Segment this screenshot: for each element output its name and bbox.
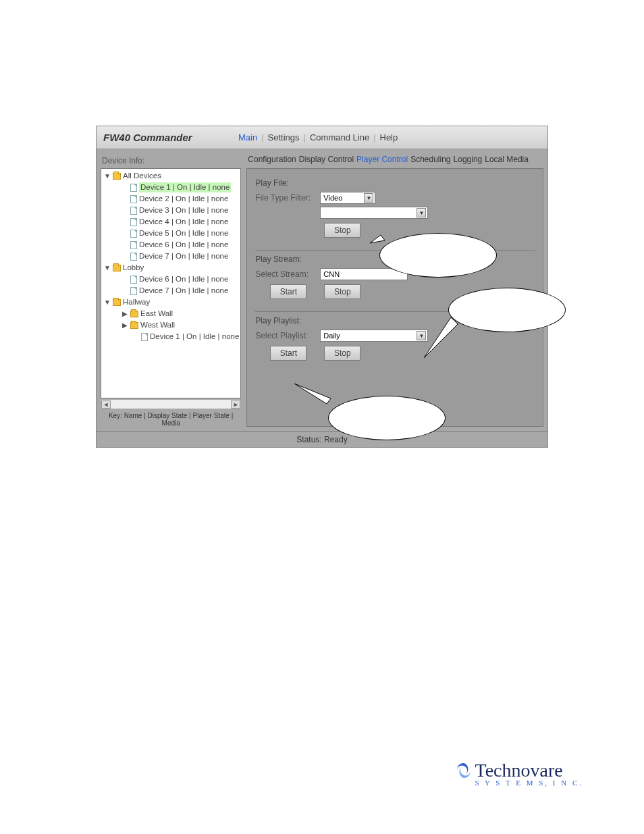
file-icon bbox=[130, 241, 137, 249]
tree-row-label: Hallway bbox=[123, 297, 150, 307]
callout-tail bbox=[362, 227, 389, 247]
callout-tail bbox=[424, 317, 464, 358]
tree-key-legend: Key: Name | Display State | Player State… bbox=[101, 411, 241, 427]
menu-separator: | bbox=[373, 132, 375, 142]
tab-configuration[interactable]: Configuration bbox=[248, 155, 296, 164]
file-type-filter-dropdown[interactable]: Video ▼ bbox=[320, 192, 375, 204]
svg-marker-2 bbox=[294, 384, 331, 404]
tab-player-control[interactable]: Player Control bbox=[356, 155, 408, 164]
status-label: Status: bbox=[296, 435, 321, 444]
menu-separator: | bbox=[261, 132, 263, 142]
menu-settings[interactable]: Settings bbox=[268, 132, 300, 142]
file-icon bbox=[130, 230, 137, 238]
tree-row[interactable]: ▼Hallway bbox=[101, 296, 240, 308]
file-icon bbox=[130, 287, 137, 295]
tree-row[interactable]: Device 1 | On | Idle | none bbox=[101, 182, 240, 193]
select-playlist-value: Daily bbox=[323, 332, 340, 340]
tree-row[interactable]: ▶East Wall bbox=[101, 308, 240, 319]
tab-scheduling[interactable]: Scheduling bbox=[410, 155, 450, 164]
callout-bubble bbox=[379, 233, 497, 278]
file-icon bbox=[130, 207, 137, 215]
menu-bar: Main | Settings | Command Line | Help bbox=[238, 132, 398, 142]
tab-strip: Configuration Display Control Player Con… bbox=[246, 155, 543, 164]
app-window: FW40 Commander Main | Settings | Command… bbox=[96, 126, 548, 448]
tree-row-label: Device 6 | On | Idle | none bbox=[139, 240, 228, 250]
tree-row-label: All Devices bbox=[123, 171, 161, 181]
tab-local-media[interactable]: Local Media bbox=[485, 155, 529, 164]
left-column: Device Info: ▼All DevicesDevice 1 | On |… bbox=[101, 155, 241, 427]
logo-swirl-icon bbox=[455, 762, 473, 779]
folder-icon bbox=[130, 311, 138, 317]
tab-display-control[interactable]: Display Control bbox=[299, 155, 354, 164]
tree-row[interactable]: Device 6 | On | Idle | none bbox=[101, 273, 240, 285]
tree-row-label: Lobby bbox=[123, 263, 144, 273]
menu-main[interactable]: Main bbox=[238, 132, 257, 142]
tree-row-label: Device 6 | On | Idle | none bbox=[139, 274, 228, 284]
file-icon bbox=[130, 195, 137, 203]
play-stream-stop-button[interactable]: Stop bbox=[324, 284, 360, 299]
play-file-stop-button[interactable]: Stop bbox=[324, 223, 360, 238]
tree-horizontal-scrollbar[interactable]: ◄ ► bbox=[101, 400, 241, 409]
play-file-heading: Play File: bbox=[255, 178, 535, 188]
tree-row[interactable]: Device 7 | On | Idle | none bbox=[101, 285, 240, 296]
callout-tail bbox=[294, 384, 335, 404]
menu-command-line[interactable]: Command Line bbox=[310, 132, 369, 142]
tree-row-label: Device 1 | On | Idle | none bbox=[150, 332, 239, 342]
tree-row[interactable]: ▼All Devices bbox=[101, 170, 240, 182]
play-playlist-start-button[interactable]: Start bbox=[270, 346, 306, 361]
tree-row-label: Device 1 | On | Idle | none bbox=[139, 182, 231, 192]
tree-row[interactable]: Device 6 | On | Idle | none bbox=[101, 239, 240, 251]
twisty-down-icon[interactable]: ▼ bbox=[104, 171, 111, 181]
scroll-right-button[interactable]: ► bbox=[231, 400, 240, 409]
scroll-left-button[interactable]: ◄ bbox=[101, 400, 111, 409]
file-icon bbox=[130, 218, 137, 226]
tree-row[interactable]: Device 7 | On | Idle | none bbox=[101, 251, 240, 262]
twisty-down-icon[interactable]: ▼ bbox=[104, 263, 111, 273]
device-tree[interactable]: ▼All DevicesDevice 1 | On | Idle | noneD… bbox=[101, 168, 241, 398]
folder-icon bbox=[130, 322, 138, 329]
twisty-right-icon[interactable]: ▶ bbox=[122, 320, 128, 330]
body-area: Device Info: ▼All DevicesDevice 1 | On |… bbox=[97, 149, 547, 431]
file-type-filter-value: Video bbox=[323, 194, 342, 202]
tree-row-label: East Wall bbox=[140, 309, 173, 319]
select-playlist-dropdown[interactable]: Daily ▼ bbox=[320, 330, 428, 342]
status-bar: Status: Ready bbox=[97, 431, 547, 447]
file-icon bbox=[130, 253, 137, 261]
menu-help[interactable]: Help bbox=[380, 132, 398, 142]
tree-row-label: Device 7 | On | Idle | none bbox=[139, 286, 228, 296]
folder-icon bbox=[113, 173, 121, 180]
tree-row-label: Device 4 | On | Idle | none bbox=[139, 217, 228, 227]
tab-logging[interactable]: Logging bbox=[454, 155, 483, 164]
file-icon bbox=[130, 276, 137, 284]
file-icon bbox=[141, 333, 148, 341]
play-stream-start-button[interactable]: Start bbox=[270, 284, 306, 299]
twisty-down-icon[interactable]: ▼ bbox=[104, 297, 111, 307]
chevron-down-icon: ▼ bbox=[364, 193, 373, 203]
file-icon bbox=[130, 184, 137, 192]
twisty-right-icon[interactable]: ▶ bbox=[122, 309, 128, 319]
tree-row[interactable]: Device 1 | On | Idle | none bbox=[101, 331, 240, 342]
callout-bubble bbox=[448, 288, 566, 332]
tree-row[interactable]: Device 3 | On | Idle | none bbox=[101, 205, 240, 216]
player-control-panel: Play File: File Type Filter: Video ▼ ▼ bbox=[246, 168, 543, 427]
select-playlist-label: Select Playlist: bbox=[255, 331, 316, 340]
tree-row[interactable]: Device 2 | On | Idle | none bbox=[101, 193, 240, 205]
tree-row[interactable]: ▶West Wall bbox=[101, 319, 240, 331]
app-title: FW40 Commander bbox=[103, 132, 225, 143]
tree-row[interactable]: ▼Lobby bbox=[101, 262, 240, 273]
status-value: Ready bbox=[324, 435, 348, 444]
tree-row-label: Device 2 | On | Idle | none bbox=[139, 194, 228, 204]
tree-row-label: Device 3 | On | Idle | none bbox=[139, 205, 228, 215]
tree-row[interactable]: Device 5 | On | Idle | none bbox=[101, 228, 240, 239]
tree-row[interactable]: Device 4 | On | Idle | none bbox=[101, 216, 240, 228]
callout-bubble bbox=[328, 396, 446, 440]
play-playlist-stop-button[interactable]: Stop bbox=[324, 346, 360, 361]
chevron-down-icon: ▼ bbox=[417, 208, 426, 217]
menu-separator: | bbox=[304, 132, 306, 142]
company-logo: Technovare S Y S T E M S, I N C. bbox=[455, 760, 584, 787]
select-file-dropdown[interactable]: ▼ bbox=[320, 207, 428, 219]
select-stream-label: Select Stream: bbox=[255, 269, 316, 279]
tree-row-label: Device 5 | On | Idle | none bbox=[139, 228, 228, 238]
logo-subtitle: S Y S T E M S, I N C. bbox=[475, 779, 584, 787]
svg-marker-0 bbox=[370, 235, 385, 243]
